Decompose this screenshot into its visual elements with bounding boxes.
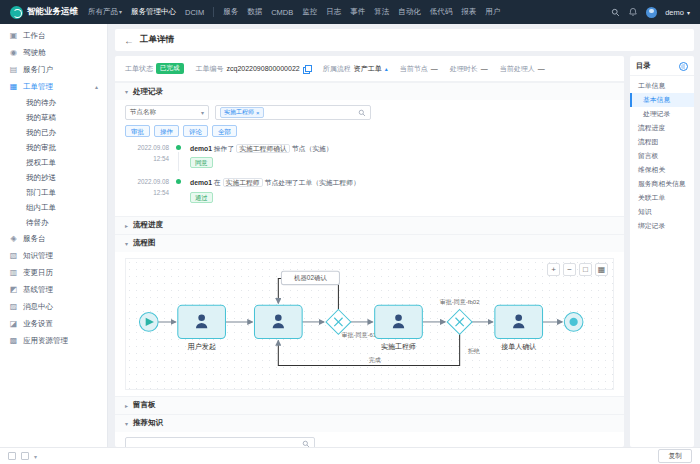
field-duration: 处理时长—	[450, 64, 488, 74]
gateway-2[interactable]	[447, 309, 472, 334]
catalog-item-progress[interactable]: 流程进度	[630, 121, 694, 135]
search-icon[interactable]	[611, 8, 620, 17]
section-record-header[interactable]: ▾ 处理记录	[115, 82, 624, 100]
nav-product-data[interactable]: 数据	[247, 7, 262, 17]
sidebar-subitem-authorized[interactable]: 授权工单	[0, 155, 107, 170]
catalog-toggle-icon[interactable]	[679, 62, 688, 71]
catalog-item-binding-record[interactable]: 绑定记录	[630, 219, 694, 233]
sidebar-item-dashboard[interactable]: ◉驾驶舱	[0, 44, 107, 61]
app-logo[interactable]: 智能业务运维	[10, 6, 78, 19]
nav-product-log[interactable]: 日志	[326, 7, 341, 17]
nav-product-user[interactable]: 用户	[485, 7, 500, 17]
fit-screen-icon[interactable]: □	[579, 263, 592, 276]
record-search-input[interactable]: 实施工程师×	[215, 105, 371, 120]
sidebar-item-baseline[interactable]: ◩基线管理	[0, 281, 107, 298]
gateway-1[interactable]	[326, 309, 351, 334]
user-menu[interactable]: demo ▾	[665, 8, 690, 17]
nav-product-lowcode[interactable]: 低代码	[430, 7, 453, 17]
catalog-title: 目录	[636, 61, 650, 71]
copy-button[interactable]: 复制	[658, 449, 692, 463]
task-node-2[interactable]	[254, 305, 302, 338]
nav-all-products[interactable]: 所有产品▾	[88, 7, 122, 17]
section-board-title: 留言板	[133, 400, 156, 410]
field-current-node: 当前节点—	[400, 64, 438, 74]
sidebar-item-change-calendar[interactable]: ▥变更日历	[0, 264, 107, 281]
sidebar-subitem-cc-me[interactable]: 我的抄送	[0, 170, 107, 185]
catalog-item-maintenance[interactable]: 维保相关	[630, 163, 694, 177]
filter-all[interactable]: 全部	[212, 125, 237, 137]
section-knowledge-header[interactable]: ▾ 推荐知识	[115, 414, 624, 432]
nav-product-report[interactable]: 报表	[461, 7, 476, 17]
sidebar-item-service-portal[interactable]: ▤服务门户	[0, 61, 107, 78]
catalog-item-record[interactable]: 处理记录	[630, 107, 694, 121]
sidebar-subitem-group-tickets[interactable]: 组内工单	[0, 200, 107, 215]
workbench-icon: ▣	[9, 31, 18, 40]
knowledge-search-box	[125, 437, 315, 447]
nav-dcim[interactable]: DCIM	[185, 8, 204, 17]
zoom-out-icon[interactable]: −	[563, 263, 576, 276]
catalog-item-vendor-info[interactable]: 服务商相关信息	[630, 177, 694, 191]
timeline-dot	[176, 177, 183, 203]
nav-product-algorithm[interactable]: 算法	[374, 7, 389, 17]
dashboard-icon: ◉	[9, 48, 18, 57]
logo-text: 智能业务运维	[27, 6, 78, 18]
back-icon[interactable]: ←	[124, 35, 134, 46]
sidebar-subitem-supervise[interactable]: 待督办	[0, 215, 107, 230]
nav-product-automation[interactable]: 自动化	[398, 7, 421, 17]
nav-product-service[interactable]: 服务	[223, 7, 238, 17]
flow-flag-icon[interactable]: ▴	[385, 65, 388, 72]
close-icon[interactable]: ×	[256, 110, 260, 116]
sidebar-subitem-my-todo[interactable]: 我的待办	[0, 95, 107, 110]
flowchart-canvas[interactable]: + − □ ▦	[125, 258, 614, 390]
catalog-item-basic-info[interactable]: 基本信息	[630, 93, 694, 107]
footer-menu-icon[interactable]	[8, 452, 16, 460]
task-node-receiver-confirm[interactable]: 接单人确认	[495, 305, 543, 351]
end-node[interactable]	[564, 313, 583, 332]
page-title: 工单详情	[140, 34, 174, 46]
bell-icon[interactable]	[628, 7, 638, 17]
sidebar-subitem-my-draft[interactable]: 我的草稿	[0, 110, 107, 125]
portal-icon: ▤	[9, 65, 18, 74]
node-chip: 实施工程师	[223, 178, 263, 187]
sidebar-item-business-settings[interactable]: ◪业务设置	[0, 315, 107, 332]
section-flowchart-header[interactable]: ▾ 流程图	[115, 234, 624, 252]
nav-product-event[interactable]: 事件	[350, 7, 365, 17]
timeline-dot	[176, 143, 183, 169]
chevron-down-icon: ▾	[119, 9, 122, 15]
catalog-item-board[interactable]: 留言板	[630, 149, 694, 163]
task-node-engineer[interactable]: 实施工程师	[375, 305, 423, 350]
minimap-icon[interactable]: ▦	[595, 263, 608, 276]
zoom-in-icon[interactable]: +	[547, 263, 560, 276]
nav-product-monitor[interactable]: 监控	[302, 7, 317, 17]
baseline-icon: ◩	[9, 285, 18, 294]
sidebar-item-workbench[interactable]: ▣工作台	[0, 27, 107, 44]
catalog-item-knowledge[interactable]: 知识	[630, 205, 694, 219]
sidebar-item-app-resources[interactable]: ▩应用资源管理	[0, 332, 107, 349]
result-tag: 同意	[190, 157, 213, 168]
nav-right: demo ▾	[611, 7, 690, 18]
catalog-item-ticket-info[interactable]: 工单信息	[630, 79, 694, 93]
search-icon[interactable]	[358, 109, 366, 117]
filter-operate[interactable]: 操作	[154, 125, 179, 137]
nav-service-center[interactable]: 服务管理中心	[131, 7, 176, 17]
sidebar-item-knowledge[interactable]: ▧知识管理	[0, 247, 107, 264]
avatar[interactable]	[646, 7, 657, 18]
task-node-user-start[interactable]: 用户发起	[178, 305, 226, 351]
section-progress-header[interactable]: ▸ 流程进度	[115, 216, 624, 234]
copy-icon[interactable]	[303, 65, 311, 73]
catalog-item-related-tickets[interactable]: 关联工单	[630, 191, 694, 205]
sidebar-subitem-my-done[interactable]: 我的已办	[0, 125, 107, 140]
filter-approve[interactable]: 审批	[125, 125, 150, 137]
sidebar-item-message-center[interactable]: ▨消息中心	[0, 298, 107, 315]
nav-product-cmdb[interactable]: CMDB	[271, 8, 293, 17]
start-node[interactable]	[139, 313, 158, 332]
sidebar-item-service-desk[interactable]: ◈服务台	[0, 230, 107, 247]
catalog-item-flowchart[interactable]: 流程图	[630, 135, 694, 149]
sidebar-subitem-my-approval[interactable]: 我的审批	[0, 140, 107, 155]
sidebar-subitem-dept-tickets[interactable]: 部门工单	[0, 185, 107, 200]
footer-info-icon[interactable]	[21, 452, 29, 460]
node-name-select[interactable]: 节点名称 ▾	[125, 105, 209, 120]
filter-comment[interactable]: 评论	[183, 125, 208, 137]
section-board-header[interactable]: ▸ 留言板	[115, 396, 624, 414]
sidebar-item-ticket-mgmt[interactable]: ▦工单管理▴	[0, 78, 107, 95]
